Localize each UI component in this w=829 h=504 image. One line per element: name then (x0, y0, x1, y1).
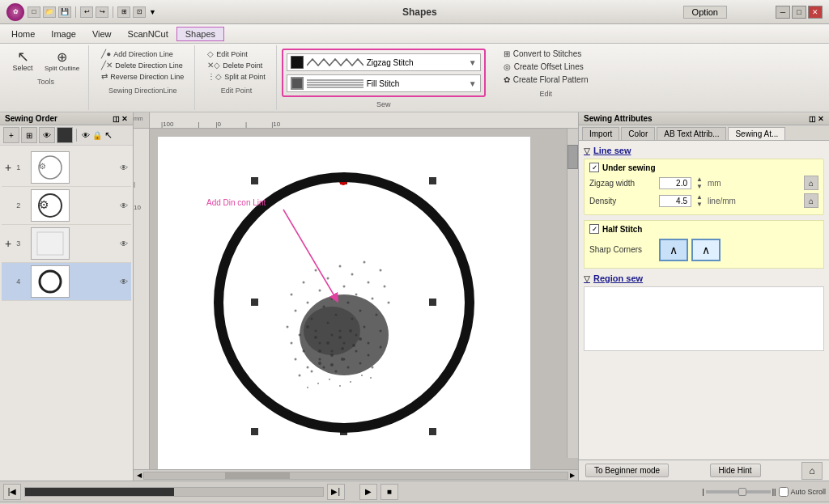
zigzag-dropdown[interactable]: Zigzag Stitch ▼ (287, 53, 481, 71)
create-floral-button[interactable]: ✿ Create Floral Pattern (500, 74, 592, 85)
half-stitch-checkbox[interactable] (589, 224, 599, 234)
attr-dock-icon[interactable]: ◫ (809, 115, 816, 123)
fill-dropdown[interactable]: Fill Stitch ▼ (287, 74, 481, 92)
speed-slider[interactable] (706, 490, 771, 493)
svg-text:⚙: ⚙ (39, 162, 46, 171)
help-icon[interactable]: ⌂ (801, 462, 823, 480)
autoscroll-checkbox[interactable] (779, 487, 789, 497)
item-eye-4[interactable]: 👁 (120, 277, 128, 286)
canvas-svg (158, 137, 530, 469)
list-item[interactable]: + 2 ⚙ 👁 (2, 187, 131, 225)
tab-import[interactable]: Import (582, 127, 619, 140)
skip-start-button[interactable]: |◀ (3, 484, 21, 500)
save-icon[interactable]: 💾 (58, 6, 71, 18)
option-button[interactable]: Option (683, 6, 727, 19)
redo-icon[interactable]: ↪ (96, 6, 108, 18)
fill-color-box (291, 77, 304, 90)
play-button[interactable]: ▶ (359, 484, 377, 500)
panel-add-button[interactable]: + (3, 127, 19, 143)
scroll-right-btn[interactable]: ▶ (568, 472, 576, 479)
tab-color[interactable]: Color (621, 127, 655, 140)
scroll-left-btn[interactable]: ◀ (135, 472, 143, 479)
panel-header-controls: ◫ ✕ (113, 115, 128, 123)
stop-button[interactable]: ■ (380, 484, 398, 500)
svg-point-33 (380, 269, 382, 272)
edit-label: Edit (539, 90, 552, 98)
item-eye-3[interactable]: 👁 (120, 239, 128, 248)
svg-rect-15 (251, 428, 258, 435)
list-item[interactable]: + 4 👁 (2, 263, 131, 301)
attributes-bottom: To Beginner mode Hide Hint ⌂ (579, 460, 829, 481)
density-up[interactable]: ▲ (696, 193, 703, 201)
region-sew-section-header[interactable]: ▽ Region sew (584, 273, 824, 283)
create-offset-button[interactable]: ◎ Create Offset Lines (500, 61, 592, 72)
hide-hint-button[interactable]: Hide Hint (710, 464, 761, 477)
zigzag-width-down[interactable]: ▼ (696, 183, 703, 190)
view2-icon[interactable]: ⊡ (133, 6, 146, 18)
delete-point-button[interactable]: ✕◇ Delete Point (205, 60, 268, 70)
item-expand-3[interactable]: + (5, 237, 11, 250)
maximize-button[interactable]: □ (792, 6, 806, 19)
menu-shapes[interactable]: Shapes (176, 27, 224, 41)
menu-image[interactable]: Image (43, 28, 84, 40)
view1-icon[interactable]: ⊞ (117, 6, 130, 18)
density-down[interactable]: ▼ (696, 201, 703, 208)
zigzag-width-input[interactable]: 2.0 (659, 177, 691, 189)
scrollbar-thumb[interactable] (225, 472, 290, 479)
progress-track[interactable] (24, 487, 324, 497)
item-eye-1[interactable]: 👁 (120, 163, 128, 172)
split-at-point-button[interactable]: ⋮◇ Split at Point (205, 71, 268, 82)
zigzag-width-up[interactable]: ▲ (696, 176, 703, 183)
corner-btn-1[interactable]: ∧ (659, 239, 688, 261)
zigzag-width-home[interactable]: ⌂ (804, 176, 818, 190)
menu-home[interactable]: Home (3, 28, 43, 40)
title-bar-controls: Option ─ □ ✕ (683, 6, 823, 19)
under-sewing-checkbox[interactable] (589, 163, 599, 172)
add-direction-line-button[interactable]: ╱● Add Direction Line (99, 49, 186, 59)
density-home[interactable]: ⌂ (804, 193, 818, 208)
attr-close-icon[interactable]: ✕ (818, 115, 824, 123)
corner-btn-2[interactable]: ∧ (691, 239, 721, 261)
panel-color-button[interactable] (57, 127, 73, 143)
scrollbar-track[interactable] (143, 472, 568, 480)
tab-sewing-at[interactable]: Sewing At... (728, 127, 785, 140)
item-eye-2[interactable]: 👁 (120, 201, 128, 210)
list-item[interactable]: + 1 ⚙ 👁 (2, 149, 131, 187)
zigzag-color-box (291, 56, 304, 69)
density-input[interactable]: 4.5 (659, 195, 691, 207)
svg-point-67 (299, 375, 301, 377)
speed-slider-thumb[interactable] (738, 488, 746, 496)
item-expand-1[interactable]: + (5, 161, 11, 174)
line-sew-section-header[interactable]: ▽ Line sew (584, 146, 824, 155)
attributes-content: ▽ Line sew Under sewing Zigzag width 2.0… (579, 141, 829, 460)
convert-stitches-button[interactable]: ⊞ Convert to Stitches (500, 49, 592, 59)
scrollbar-vertical[interactable] (567, 129, 578, 458)
undo-icon[interactable]: ↩ (80, 6, 93, 18)
panel-dock-icon[interactable]: ◫ (113, 115, 120, 123)
edit-point-button[interactable]: ◇ Edit Point (205, 49, 268, 59)
reverse-direction-line-button[interactable]: ⇄ Reverse Direction Line (99, 71, 186, 82)
panel-view-button[interactable]: 👁 (39, 127, 55, 143)
speed-control: | || (702, 488, 776, 496)
scrollbar-horizontal[interactable]: ◀ ▶ (134, 469, 578, 481)
panel-layers-button[interactable]: ⊞ (21, 127, 37, 143)
list-item[interactable]: + 3 👁 (2, 225, 131, 263)
close-button[interactable]: ✕ (808, 6, 823, 19)
tab-text-attrib[interactable]: AB Text Attrib... (657, 127, 726, 140)
window-controls: ─ □ ✕ (776, 6, 823, 19)
panel-close-icon[interactable]: ✕ (121, 115, 128, 123)
canvas-workspace[interactable]: Add Din con Lint (150, 129, 578, 469)
menu-scanncut[interactable]: ScanNCut (120, 28, 176, 40)
open-icon[interactable]: 📁 (43, 6, 56, 18)
skip-end-button[interactable]: ▶| (327, 484, 345, 500)
menu-view[interactable]: View (84, 28, 120, 40)
minimize-button[interactable]: ─ (776, 6, 790, 19)
delete-direction-line-button[interactable]: ╱✕ Delete Direction Line (99, 60, 186, 70)
sew-section: Zigzag Stitch ▼ Fill Stitch ▼ (278, 45, 489, 110)
split-outline-button[interactable]: ⊕ Split Outline (40, 47, 83, 74)
new-icon[interactable]: □ (28, 6, 40, 18)
scrollbar-v-thumb[interactable] (568, 145, 578, 169)
select-button[interactable]: ↖ Select (8, 47, 37, 74)
beginner-mode-button[interactable]: To Beginner mode (585, 464, 669, 477)
dropdown-arrow-title[interactable]: ▼ (149, 8, 156, 16)
